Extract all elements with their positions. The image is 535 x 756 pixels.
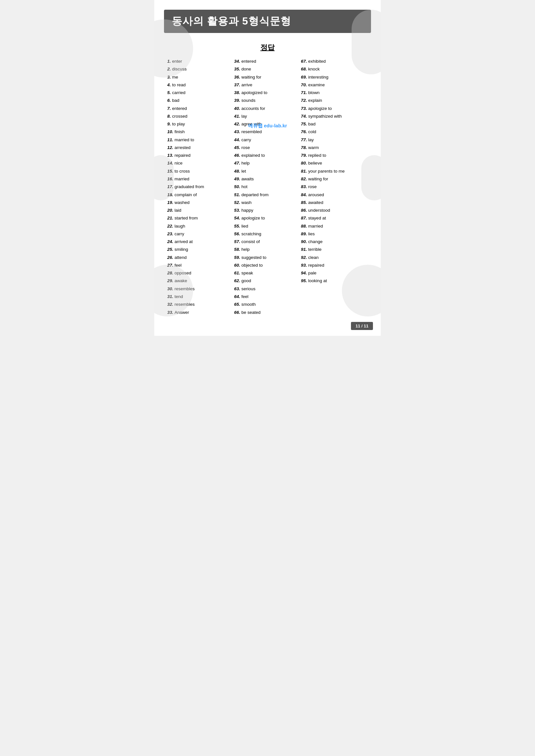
item-value: rose — [241, 145, 250, 150]
item-value: entered — [172, 106, 187, 111]
item-value: to cross — [175, 169, 190, 174]
item-value: married — [308, 224, 323, 229]
item-number: 93. — [301, 263, 308, 268]
list-item: 77. lay — [301, 136, 368, 144]
item-number: 71. — [301, 90, 308, 95]
list-item: 75. bad — [301, 120, 368, 128]
item-number: 9. — [167, 122, 172, 126]
answer-col-2: 34. entered35. done36. waiting for37. ar… — [234, 58, 301, 316]
list-item: 71. blown — [301, 89, 368, 97]
list-item: 92. clean — [301, 254, 368, 261]
list-item: 91. terrible — [301, 246, 368, 254]
item-number: 4. — [167, 82, 172, 87]
item-value: graduated from — [175, 184, 205, 189]
item-value: terrible — [308, 247, 322, 252]
item-number: 73. — [301, 106, 308, 111]
item-number: 11. — [167, 137, 175, 142]
list-item: 72. explain — [301, 97, 368, 104]
item-number: 51. — [234, 192, 241, 197]
item-number: 88. — [301, 224, 308, 229]
list-item: 51. departed from — [234, 191, 301, 199]
item-value: agree with — [241, 122, 261, 126]
item-value: warm — [308, 145, 319, 150]
item-number: 56. — [234, 231, 241, 236]
list-item: 47. help — [234, 159, 301, 167]
item-number: 26. — [167, 255, 175, 260]
item-number: 87. — [301, 216, 308, 220]
list-item: 53. happy — [234, 206, 301, 214]
list-item: 74. sympathized with — [301, 113, 368, 120]
item-value: your parents to me — [308, 169, 345, 174]
item-number: 38. — [234, 90, 241, 95]
item-number: 48. — [234, 169, 241, 174]
item-number: 57. — [234, 239, 241, 244]
item-value: waiting for — [308, 176, 328, 181]
list-item: 18. complain of — [167, 191, 234, 199]
list-item: 35. done — [234, 65, 301, 73]
item-number: 5. — [167, 90, 172, 95]
item-number: 24. — [167, 239, 175, 244]
item-number: 69. — [301, 75, 308, 79]
list-item: 49. awaits — [234, 175, 301, 183]
item-number: 44. — [234, 137, 241, 142]
list-item: 63. serious — [234, 285, 301, 293]
list-item: 34. entered — [234, 58, 301, 65]
item-value: to play — [172, 122, 185, 126]
item-number: 94. — [301, 271, 308, 275]
item-number: 55. — [234, 224, 241, 229]
item-number: 77. — [301, 137, 308, 142]
list-item: 50. hot — [234, 183, 301, 191]
item-number: 79. — [301, 153, 308, 158]
item-value: accounts for — [241, 106, 265, 111]
item-number: 84. — [301, 192, 308, 197]
list-item: 55. lied — [234, 222, 301, 230]
item-number: 86. — [301, 208, 308, 213]
item-number: 67. — [301, 59, 308, 64]
item-value: suggested to — [241, 255, 266, 260]
item-number: 23. — [167, 231, 175, 236]
item-value: laugh — [175, 224, 185, 229]
item-value: crossed — [172, 114, 187, 119]
item-value: help — [241, 161, 250, 166]
item-value: laid — [175, 208, 182, 213]
list-item: 42. agree with — [234, 120, 301, 128]
list-item: 56. scratching — [234, 230, 301, 238]
item-value: aroused — [308, 192, 324, 197]
list-item: 26. attend — [167, 254, 234, 261]
item-value: waiting for — [241, 75, 261, 79]
list-item: 41. lay — [234, 113, 301, 120]
list-item: 45. rose — [234, 144, 301, 151]
item-number: 35. — [234, 67, 241, 71]
list-item: 4. to read — [167, 81, 234, 89]
item-value: explained to — [241, 153, 265, 158]
page-title: 동사의 활용과 5형식문형 — [172, 14, 363, 28]
list-item: 11. married to — [167, 136, 234, 144]
item-number: 78. — [301, 145, 308, 150]
list-item: 37. arrive — [234, 81, 301, 89]
list-item: 9. to play — [167, 120, 234, 128]
list-item: 76. cold — [301, 128, 368, 136]
item-number: 43. — [234, 129, 241, 134]
list-item: 87. stayed at — [301, 214, 368, 222]
item-value: sounds — [241, 98, 256, 103]
list-item: 20. laid — [167, 206, 234, 214]
item-value: washed — [175, 200, 190, 205]
list-item: 44. carry — [234, 136, 301, 144]
item-number: 83. — [301, 184, 308, 189]
item-value: looking at — [308, 278, 327, 283]
item-number: 12. — [167, 145, 175, 150]
item-value: stayed at — [308, 216, 326, 220]
item-value: sympathized with — [308, 114, 342, 119]
list-item: 81. your parents to me — [301, 167, 368, 175]
page-number: 11 / 11 — [351, 322, 373, 330]
list-item: 57. consist of — [234, 238, 301, 246]
item-value: pale — [308, 271, 317, 275]
list-item: 3. me — [167, 73, 234, 81]
item-value: replied to — [308, 153, 326, 158]
item-number: 34. — [234, 59, 241, 64]
item-value: feel — [241, 294, 248, 299]
list-item: 10. finish — [167, 128, 234, 136]
item-number: 89. — [301, 231, 308, 236]
list-item: 12. arrested — [167, 144, 234, 151]
item-value: examine — [308, 82, 325, 87]
